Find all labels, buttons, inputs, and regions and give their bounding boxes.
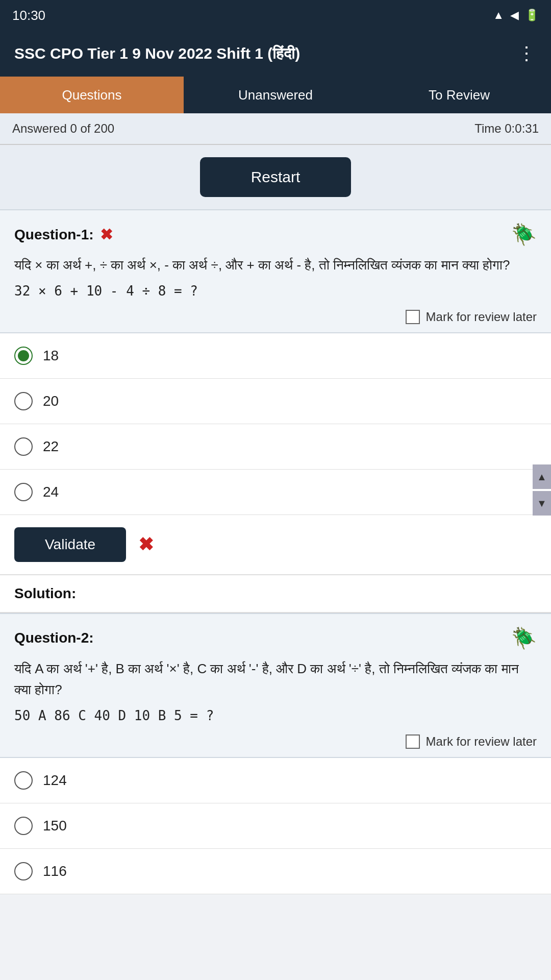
top-bar-title: SSC CPO Tier 1 9 Nov 2022 Shift 1 (हिंदी… [14,45,517,63]
question-1-title: Question-1: ✖ [14,226,113,243]
scroll-up-button[interactable]: ▲ [533,464,551,489]
solution-area-q1: Solution: [0,575,551,613]
option-text-q1-22: 22 [43,438,59,455]
question-1-header: Question-1: ✖ 🪲 [14,223,537,247]
question-2-expression: 50 A 86 C 40 D 10 B 5 = ? [14,708,537,723]
tab-questions[interactable]: Questions [0,77,184,113]
question-2-text: यदि A का अर्थ '+' है, B का अर्थ '×' है, … [14,658,537,701]
question-2-review-checkbox[interactable] [406,734,420,749]
tab-unanswered[interactable]: Unanswered [184,77,367,113]
more-menu-button[interactable]: ⋮ [517,43,537,64]
option-q2-116[interactable]: 116 [0,849,551,894]
scroll-down-button[interactable]: ▼ [533,491,551,516]
solution-title-q1: Solution: [14,585,76,601]
scrollbar[interactable]: ▲ ▼ [533,464,551,516]
signal-icon: ◀ [510,9,519,22]
tabs-bar: Questions Unanswered To Review [0,77,551,113]
status-time: 10:30 [12,8,45,23]
bug-icon-q1[interactable]: 🪲 [511,223,537,247]
status-bar: 10:30 ▲ ◀ 🔋 [0,0,551,31]
radio-q2-116[interactable] [14,862,33,880]
question-1-expression: 32 × 6 + 10 - 4 ÷ 8 = ? [14,283,537,299]
timer: Time 0:0:31 [474,121,539,136]
option-text-q1-24: 24 [43,484,59,500]
battery-icon: 🔋 [525,9,539,22]
radio-q2-150[interactable] [14,817,33,835]
question-2-card: Question-2: 🪲 यदि A का अर्थ '+' है, B का… [0,614,551,758]
tab-to-review[interactable]: To Review [367,77,551,113]
radio-inner-q1-18 [18,350,29,361]
question-1-review-row: Mark for review later [14,306,537,324]
restart-button[interactable]: Restart [200,157,352,197]
option-q1-20[interactable]: 20 [0,379,551,424]
radio-q2-124[interactable] [14,771,33,790]
question-1-wrong-icon: ✖ [100,226,113,243]
radio-q1-18[interactable] [14,347,33,365]
status-icons: ▲ ◀ 🔋 [493,9,539,22]
question-1-card: Question-1: ✖ 🪲 यदि × का अर्थ +, ÷ का अर… [0,210,551,333]
question-2-header: Question-2: 🪲 [14,626,537,650]
question-1-review-checkbox[interactable] [406,310,420,324]
option-text-q2-150: 150 [43,818,67,834]
validate-button-q1[interactable]: Validate [14,527,126,562]
question-2-title: Question-2: [14,630,94,646]
question-2-review-label: Mark for review later [426,734,537,749]
question-1-text: यदि × का अर्थ +, ÷ का अर्थ ×, - का अर्थ … [14,255,537,276]
answered-count: Answered 0 of 200 [12,121,114,136]
option-q1-22[interactable]: 22 [0,424,551,470]
option-text-q1-20: 20 [43,393,59,409]
question-1-review-label: Mark for review later [426,310,537,324]
bug-icon-q2[interactable]: 🪲 [511,626,537,650]
option-text-q1-18: 18 [43,348,59,364]
validate-wrong-icon-q1: ✖ [138,534,154,555]
option-q1-18[interactable]: 18 [0,333,551,379]
restart-area: Restart [0,145,551,209]
wifi-icon: ▲ [493,9,504,22]
question-2-review-row: Mark for review later [14,730,537,749]
option-q1-24[interactable]: 24 [0,470,551,515]
validate-area-q1: Validate ✖ [0,515,551,575]
radio-q1-22[interactable] [14,437,33,456]
option-text-q2-116: 116 [43,863,67,879]
option-q2-150[interactable]: 150 [0,803,551,849]
info-bar: Answered 0 of 200 Time 0:0:31 [0,113,551,145]
radio-q1-24[interactable] [14,483,33,501]
top-bar: SSC CPO Tier 1 9 Nov 2022 Shift 1 (हिंदी… [0,31,551,77]
radio-q1-20[interactable] [14,392,33,410]
option-q2-124[interactable]: 124 [0,758,551,803]
option-text-q2-124: 124 [43,772,67,789]
